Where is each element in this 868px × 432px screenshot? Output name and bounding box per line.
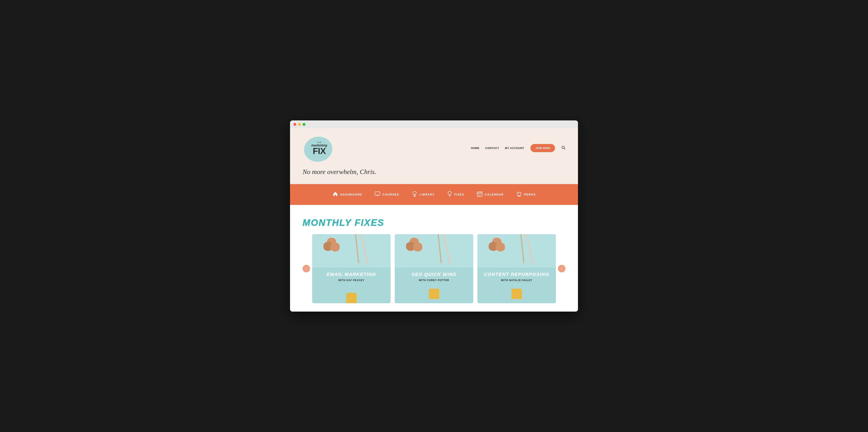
card-decoration-email <box>312 234 391 268</box>
nav-item-dashboard[interactable]: DASHBOARD <box>332 191 362 198</box>
browser-window: THE marketing FIX HOME CONTACT MY ACCOUN… <box>290 120 578 312</box>
card-title-email: EMAIL MARKETING <box>327 272 376 277</box>
cards-container: EMAIL MARKETING WITH KAY PEACEY + + <box>310 234 558 303</box>
nav-item-calendar[interactable]: CALENDAR <box>477 191 504 198</box>
dashboard-icon <box>332 191 338 198</box>
calendar-icon <box>477 191 483 198</box>
card-subtitle-seo: WITH COREY POTTER <box>419 279 449 282</box>
library-icon <box>412 191 417 198</box>
card-plus-repurposing: + + <box>514 283 519 287</box>
library-label: LIBRARY <box>420 193 435 196</box>
courses-label: COURSES <box>382 193 399 196</box>
card-content-repurposing: CONTENT REPURPOSING WITH NATALIE HAILEY … <box>477 234 556 303</box>
card-subtitle-email: WITH KAY PEACEY <box>338 279 365 282</box>
browser-chrome <box>290 120 578 128</box>
logo-fix: FIX <box>311 147 327 155</box>
card-plus-email: + + <box>349 283 354 287</box>
card-image-email <box>312 234 391 268</box>
svg-rect-32 <box>355 234 359 264</box>
phone-email <box>346 293 356 303</box>
fixes-label: FIXES <box>454 193 464 196</box>
header-right: HOME CONTACT MY ACCOUNT JOIN NOW <box>471 144 565 152</box>
dashboard-label: DASHBOARD <box>340 193 362 196</box>
svg-point-17 <box>478 195 479 196</box>
svg-point-41 <box>413 244 422 251</box>
card-seo: SEO QUICK WINS WITH COREY POTTER + + <box>395 234 473 303</box>
phone-seo <box>429 289 439 299</box>
card-decoration-seo <box>395 234 473 268</box>
search-button[interactable] <box>561 146 565 151</box>
traffic-light-red[interactable] <box>293 123 296 126</box>
main-content: MONTHLY FIXES ‹ <box>290 205 578 312</box>
logo-area: THE marketing FIX <box>303 133 336 163</box>
nav-item-courses[interactable]: COURSES <box>375 191 399 197</box>
carousel-prev-button[interactable]: ‹ <box>303 265 310 272</box>
svg-point-15 <box>479 194 480 195</box>
card-plus-seo: + + <box>431 283 437 287</box>
phone-repurposing <box>512 289 522 299</box>
nav-contact[interactable]: CONTACT <box>485 147 499 150</box>
card-content-repurposing-body: CONTENT REPURPOSING WITH NATALIE HAILEY … <box>477 268 556 303</box>
header-nav: HOME CONTACT MY ACCOUNT <box>471 147 524 150</box>
card-title-seo: SEO QUICK WINS <box>411 272 456 277</box>
svg-line-2 <box>564 148 565 149</box>
nav-item-fixes[interactable]: FIXES <box>447 191 464 198</box>
nav-my-account[interactable]: MY ACCOUNT <box>505 147 524 150</box>
section-title: MONTHLY FIXES <box>303 217 565 228</box>
tagline-text: No more overwhelm, Chris. <box>303 168 565 176</box>
card-content-seo: SEO QUICK WINS WITH COREY POTTER + + <box>395 268 473 303</box>
card-content-email: EMAIL MARKETING WITH KAY PEACEY + + <box>312 268 391 293</box>
svg-rect-3 <box>375 192 380 195</box>
logo-text: THE marketing FIX <box>311 141 327 155</box>
logo-the: THE <box>311 141 327 143</box>
nav-item-library[interactable]: LIBRARY <box>412 191 435 198</box>
svg-rect-42 <box>442 234 451 265</box>
courses-icon <box>375 191 380 197</box>
tagline-section: No more overwhelm, Chris. <box>290 168 578 184</box>
fixes-icon <box>447 191 452 198</box>
svg-point-30 <box>331 244 340 251</box>
svg-rect-31 <box>360 234 369 265</box>
search-icon <box>561 146 565 150</box>
join-now-button[interactable]: JOIN NOW <box>530 144 555 152</box>
perks-icon <box>516 191 522 198</box>
cards-wrapper: ‹ <box>303 234 565 303</box>
svg-point-14 <box>478 194 479 195</box>
site-header: THE marketing FIX HOME CONTACT MY ACCOUN… <box>290 128 578 168</box>
logo-blob: THE marketing FIX <box>303 133 336 163</box>
calendar-label: CALENDAR <box>485 193 504 196</box>
card-image-seo <box>395 234 473 268</box>
svg-rect-43 <box>437 234 442 264</box>
svg-rect-54 <box>520 234 525 264</box>
svg-point-16 <box>481 194 482 195</box>
carousel-next-button[interactable]: › <box>558 265 565 272</box>
card-subtitle-repurposing: WITH NATALIE HAILEY <box>501 279 532 282</box>
svg-rect-53 <box>525 234 534 265</box>
card-image-repurposing <box>477 234 556 268</box>
nav-item-perks[interactable]: PERKS <box>516 191 536 198</box>
svg-point-6 <box>413 191 416 195</box>
traffic-light-green[interactable] <box>303 123 306 126</box>
card-email-marketing: EMAIL MARKETING WITH KAY PEACEY + + <box>312 234 391 303</box>
card-decoration-repurposing <box>477 234 556 268</box>
perks-label: PERKS <box>524 193 536 196</box>
card-title-repurposing: CONTENT REPURPOSING <box>484 272 549 277</box>
svg-point-18 <box>479 195 480 196</box>
nav-home[interactable]: HOME <box>471 147 479 150</box>
svg-point-52 <box>496 244 505 251</box>
nav-bar: DASHBOARD COURSES LIBRARY <box>290 184 578 205</box>
traffic-light-yellow[interactable] <box>298 123 301 126</box>
